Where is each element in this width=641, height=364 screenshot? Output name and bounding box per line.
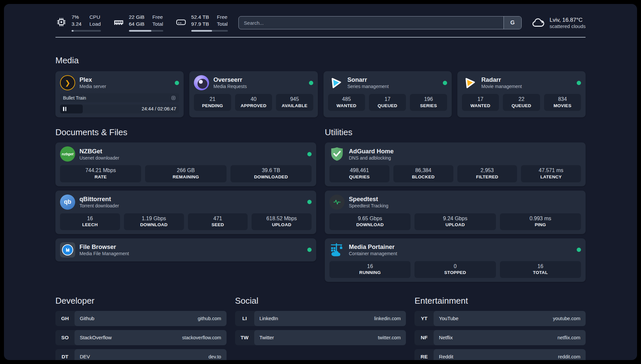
stat-filtered: 2,953FILTERED xyxy=(457,165,517,182)
section-entertainment: Entertainment YT YouTubeyoutube.com NF N… xyxy=(414,296,586,360)
stat-remaining: 266 GBREMAINING xyxy=(145,165,226,182)
section-media: Media ❯ Plex Media server Bullet Train xyxy=(55,55,586,117)
link-url: youtube.com xyxy=(553,316,580,321)
section-developer: Developer GH Githubgithub.com SO StackOv… xyxy=(55,296,227,360)
ram-icon xyxy=(113,16,125,28)
cpu-icon xyxy=(55,16,67,28)
card-portainer[interactable]: Media Portainer Container management 16R… xyxy=(325,238,586,282)
utilities-section-title: Utilities xyxy=(325,127,586,137)
media-section-title: Media xyxy=(55,55,586,66)
sonarr-status-dot xyxy=(443,81,447,85)
system-stats: 7% 3.24 CPU Load xyxy=(55,14,228,32)
stat-pending: 21PENDING xyxy=(194,94,231,111)
stat-leech: 16LEECH xyxy=(60,213,120,230)
card-adguard[interactable]: AdGuard Home DNS and adblocking 498,461Q… xyxy=(325,142,586,186)
weather-widget: Lviv, 16.87°C scattered clouds xyxy=(532,16,586,30)
section-social: Social LI LinkedInlinkedin.com TW Twitte… xyxy=(235,296,406,360)
link-netflix[interactable]: NF Netflixnetflix.com xyxy=(414,330,586,345)
link-abbr: RE xyxy=(414,349,434,360)
adguard-icon xyxy=(329,146,345,162)
link-youtube[interactable]: YT YouTubeyoutube.com xyxy=(414,311,586,326)
link-stackoverflow[interactable]: SO StackOverflowstackoverflow.com xyxy=(55,330,227,345)
section-utilities: Utilities AdGuard Home DNS and adblockin… xyxy=(325,127,586,282)
overseerr-title: Overseerr xyxy=(213,76,247,84)
link-linkedin[interactable]: LI LinkedInlinkedin.com xyxy=(235,311,406,326)
card-plex[interactable]: ❯ Plex Media server Bullet Train xyxy=(55,71,184,117)
stat-upload: 618.52 MbpsUPLOAD xyxy=(252,213,312,230)
card-radarr[interactable]: Radarr Movie management 17WANTED 22QUEUE… xyxy=(457,71,586,117)
link-name: Netflix xyxy=(439,335,453,340)
portainer-icon xyxy=(329,242,345,258)
stat-approved: 40APPROVED xyxy=(235,94,272,111)
stat-queries: 498,461QUERIES xyxy=(329,165,389,182)
card-nzbget[interactable]: nzbget NZBGet Usenet downloader 744.21 M… xyxy=(55,142,316,186)
portainer-status-dot xyxy=(577,248,581,252)
disk-total-label: Total xyxy=(217,21,228,28)
entertainment-section-title: Entertainment xyxy=(414,296,586,306)
overseerr-icon xyxy=(194,75,209,90)
link-url: linkedin.com xyxy=(374,316,401,321)
radarr-icon xyxy=(461,75,478,91)
disk-total-value: 97.9 TB xyxy=(191,21,209,28)
stat-movies: 834MOVIES xyxy=(544,94,581,111)
cpu-label: CPU xyxy=(89,14,101,21)
section-documents: Documents & Files nzbget NZBGet Usenet d… xyxy=(55,127,316,282)
link-name: Github xyxy=(80,316,94,321)
stat-blocked: 86,384BLOCKED xyxy=(393,165,453,182)
link-abbr: YT xyxy=(414,311,434,326)
link-abbr: GH xyxy=(55,311,75,326)
search-input[interactable] xyxy=(239,16,504,29)
stat-queued: 17QUEUED xyxy=(369,94,406,111)
portainer-subtitle: Container management xyxy=(349,251,397,257)
disk-progress-bar xyxy=(191,30,228,32)
card-sonarr[interactable]: Sonarr Series management 485WANTED 17QUE… xyxy=(323,71,452,117)
stat-latency: 47.571 msLATENCY xyxy=(521,165,581,182)
stat-running: 16RUNNING xyxy=(329,261,411,278)
cpu-percent: 7% xyxy=(72,14,81,21)
card-qbittorrent[interactable]: qb qBittorrent Torrent downloader 16LEEC… xyxy=(55,191,316,234)
ram-free-value: 22 GiB xyxy=(129,14,144,21)
search-bar: G xyxy=(238,16,522,29)
disk-free-label: Free xyxy=(217,14,228,21)
qbittorrent-status-dot xyxy=(307,200,312,204)
sonarr-subtitle: Series management xyxy=(348,84,389,90)
search-provider-button[interactable]: G xyxy=(504,16,521,29)
stat-stopped: 0STOPPED xyxy=(414,261,496,278)
session-icon xyxy=(171,95,176,101)
link-url: reddit.com xyxy=(558,354,580,359)
sonarr-icon xyxy=(327,75,344,91)
card-speedtest[interactable]: Speedtest Speedtest Tracking 9.65 GbpsDO… xyxy=(325,191,586,234)
link-url: stackoverflow.com xyxy=(182,335,221,340)
link-reddit[interactable]: RE Redditreddit.com xyxy=(414,349,586,360)
ram-free-label: Free xyxy=(152,14,163,21)
pause-icon[interactable] xyxy=(63,107,66,111)
documents-section-title: Documents & Files xyxy=(55,127,316,137)
link-github[interactable]: GH Githubgithub.com xyxy=(55,311,227,326)
cpu-stat: 7% 3.24 CPU Load xyxy=(55,14,101,32)
link-abbr: TW xyxy=(235,330,254,345)
stat-wanted: 17WANTED xyxy=(462,94,499,111)
dashboard-canvas: 7% 3.24 CPU Load xyxy=(4,4,637,360)
link-abbr: NF xyxy=(414,330,434,345)
radarr-status-dot xyxy=(577,81,581,85)
memory-stat: 22 GiB 64 GiB Free Total xyxy=(113,14,163,32)
card-filebrowser[interactable]: File Browser Media File Management xyxy=(55,238,316,261)
stat-ping: 0.993 msPING xyxy=(500,213,581,230)
stat-download: 9.65 GbpsDOWNLOAD xyxy=(329,213,411,230)
link-abbr: SO xyxy=(55,330,75,345)
link-url: netflix.com xyxy=(558,335,580,340)
link-url: dev.to xyxy=(208,354,221,359)
nzbget-status-dot xyxy=(307,152,312,156)
qbittorrent-icon: qb xyxy=(60,195,75,210)
link-name: LinkedIn xyxy=(259,316,278,321)
nzbget-icon: nzbget xyxy=(60,146,75,162)
ram-total-label: Total xyxy=(152,21,163,28)
filebrowser-icon xyxy=(60,242,75,258)
link-name: Reddit xyxy=(439,354,453,359)
card-overseerr[interactable]: Overseerr Media Requests 21PENDING 40APP… xyxy=(189,71,318,117)
link-twitter[interactable]: TW Twittertwitter.com xyxy=(235,330,406,345)
sonarr-title: Sonarr xyxy=(348,76,389,84)
link-dev[interactable]: DT DEVdev.to xyxy=(55,349,227,360)
ram-total-value: 64 GiB xyxy=(129,21,144,28)
stat-queued: 22QUEUED xyxy=(503,94,540,111)
